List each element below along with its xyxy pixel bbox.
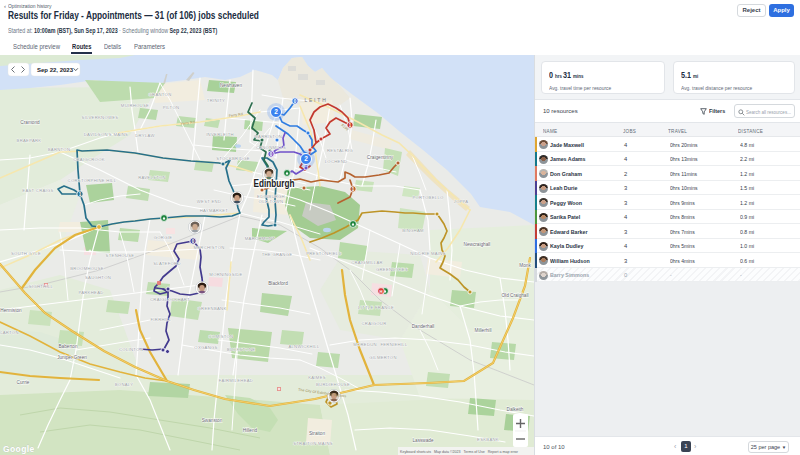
- svg-text:BURDIEHOUSE: BURDIEHOUSE: [316, 382, 350, 387]
- svg-text:SAUGHTON: SAUGHTON: [85, 275, 111, 280]
- svg-text:INVERLEITH: INVERLEITH: [206, 132, 234, 137]
- svg-text:OLD TOWN: OLD TOWN: [259, 199, 284, 204]
- svg-text:Google: Google: [3, 444, 35, 454]
- svg-text:CRAIGLOCKHART: CRAIGLOCKHART: [150, 297, 190, 302]
- svg-text:2: 2: [304, 155, 308, 162]
- svg-text:FIRRHILL: FIRRHILL: [150, 317, 171, 322]
- svg-text:SOUTH GYLE: SOUTH GYLE: [11, 251, 41, 256]
- svg-text:LEITH: LEITH: [304, 97, 327, 103]
- svg-text:BINGHAM: BINGHAM: [402, 228, 424, 233]
- svg-text:GREENBANK: GREENBANK: [198, 306, 227, 311]
- svg-text:BARNTON: BARNTON: [48, 147, 71, 152]
- svg-text:Baberton: Baberton: [58, 344, 77, 349]
- svg-text:Lasswade: Lasswade: [412, 438, 434, 443]
- svg-text:THE GRANGE: THE GRANGE: [262, 252, 293, 257]
- svg-text:CANONMILLS: CANONMILLS: [256, 145, 286, 150]
- svg-text:Cramond: Cramond: [20, 120, 40, 125]
- svg-text:Craigentinny: Craigentinny: [367, 155, 394, 160]
- svg-text:Newcraighall: Newcraighall: [464, 242, 491, 247]
- svg-text:RAVELSTON: RAVELSTON: [138, 175, 166, 180]
- svg-text:CRAIGMILLAR: CRAIGMILLAR: [351, 260, 383, 265]
- svg-text:WARRISTON: WARRISTON: [254, 134, 282, 139]
- svg-text:RICCARTON: RICCARTON: [0, 330, 19, 335]
- svg-text:BONALY: BONALY: [115, 382, 133, 387]
- svg-text:CORSTORPHINE HILL: CORSTORPHINE HILL: [68, 178, 117, 183]
- svg-text:FAIRMILEHEAD: FAIRMILEHEAD: [219, 378, 253, 383]
- svg-text:FERNIEHILL: FERNIEHILL: [380, 342, 408, 347]
- svg-text:COLINTON: COLINTON: [119, 347, 143, 352]
- svg-text:TRINITY: TRINITY: [207, 98, 225, 103]
- svg-text:LOCHEND: LOCHEND: [325, 159, 348, 164]
- svg-text:Currie: Currie: [17, 380, 30, 385]
- svg-text:MARCHMONT: MARCHMONT: [245, 236, 276, 241]
- svg-text:GREENDYKES: GREENDYKES: [376, 267, 408, 272]
- svg-text:DAVIDSON'S MAINS: DAVIDSON'S MAINS: [84, 132, 128, 137]
- svg-text:BRAEPARK: BRAEPARK: [17, 138, 42, 143]
- svg-text:WEST END: WEST END: [197, 199, 221, 204]
- svg-text:COMISTON: COMISTON: [209, 334, 234, 339]
- svg-text:ALNWICKHILL: ALNWICKHILL: [288, 344, 320, 349]
- svg-text:Danderhall: Danderhall: [412, 324, 435, 329]
- svg-text:EAST CRAIGS: EAST CRAIGS: [22, 188, 53, 193]
- svg-text:KAIMES: KAIMES: [308, 375, 326, 380]
- svg-text:STOCKBRIDGE: STOCKBRIDGE: [216, 156, 250, 161]
- svg-text:NIDDRIE MAINS: NIDDRIE MAINS: [410, 251, 446, 256]
- svg-text:BROOMHOUSE: BROOMHOUSE: [70, 266, 104, 271]
- svg-text:STRAITON MAINS: STRAITON MAINS: [293, 441, 333, 446]
- svg-text:Straiton: Straiton: [309, 431, 326, 436]
- svg-text:Hillend: Hillend: [243, 428, 258, 433]
- svg-text:MERCHISTON: MERCHISTON: [193, 245, 224, 250]
- svg-text:LITTLE FRANCE: LITTLE FRANCE: [358, 305, 394, 310]
- svg-text:PRESTONFIELD: PRESTONFIELD: [306, 251, 342, 256]
- svg-text:Sep 22, 2023: Sep 22, 2023: [37, 67, 74, 73]
- svg-text:PORTOBELLO: PORTOBELLO: [412, 195, 444, 200]
- svg-text:Millerhill: Millerhill: [475, 328, 492, 333]
- svg-text:SIGHTHILL: SIGHTHILL: [29, 284, 54, 289]
- svg-text:ESKBANK: ESKBANK: [477, 437, 499, 442]
- svg-text:RESTALRIG: RESTALRIG: [327, 148, 353, 153]
- svg-text:H: H: [379, 289, 382, 294]
- svg-text:GILMERTON: GILMERTON: [369, 355, 396, 360]
- svg-text:PARKHEAD: PARKHEAD: [78, 290, 103, 295]
- svg-text:Juniper Green: Juniper Green: [57, 355, 87, 360]
- svg-text:GRANTON: GRANTON: [149, 92, 172, 97]
- svg-text:Swanston: Swanston: [202, 418, 223, 423]
- svg-text:BUCKSTONE: BUCKSTONE: [227, 347, 256, 352]
- svg-text:Blackford: Blackford: [268, 281, 288, 286]
- svg-text:SILVERKNOWES: SILVERKNOWES: [82, 115, 119, 120]
- svg-text:MOREDUN: MOREDUN: [353, 342, 377, 347]
- svg-text:JOPPA: JOPPA: [454, 199, 469, 204]
- svg-text:SLATEFORD: SLATEFORD: [153, 261, 181, 266]
- svg-text:2: 2: [274, 108, 278, 115]
- svg-text:CRAIGCROOK: CRAIGCROOK: [73, 157, 105, 162]
- svg-text:MORNINGSIDE: MORNINGSIDE: [209, 272, 242, 277]
- svg-text:Old Craighall: Old Craighall: [501, 293, 528, 298]
- svg-text:MUIRHOUSE: MUIRHOUSE: [121, 103, 149, 108]
- svg-text:OXGANGS: OXGANGS: [194, 345, 217, 350]
- svg-text:CRAIGOUR: CRAIGOUR: [362, 321, 387, 326]
- svg-text:STENHOUSE: STENHOUSE: [106, 253, 135, 258]
- svg-text:Hermiston: Hermiston: [0, 308, 22, 313]
- svg-text:DRYLAW: DRYLAW: [135, 133, 154, 138]
- svg-text:GORGIE: GORGIE: [154, 235, 173, 240]
- svg-text:HAYMARKET: HAYMARKET: [200, 208, 229, 213]
- svg-text:Keyboard shortcuts Map data: Keyboard shortcuts Map data ©2023 Terms …: [400, 450, 519, 454]
- svg-text:PILTON: PILTON: [163, 105, 180, 110]
- svg-text:Monk: Monk: [519, 263, 531, 268]
- svg-text:Edinburgh: Edinburgh: [254, 177, 295, 189]
- svg-text:Dalkeith: Dalkeith: [507, 407, 524, 412]
- svg-text:Newhaven: Newhaven: [220, 83, 243, 88]
